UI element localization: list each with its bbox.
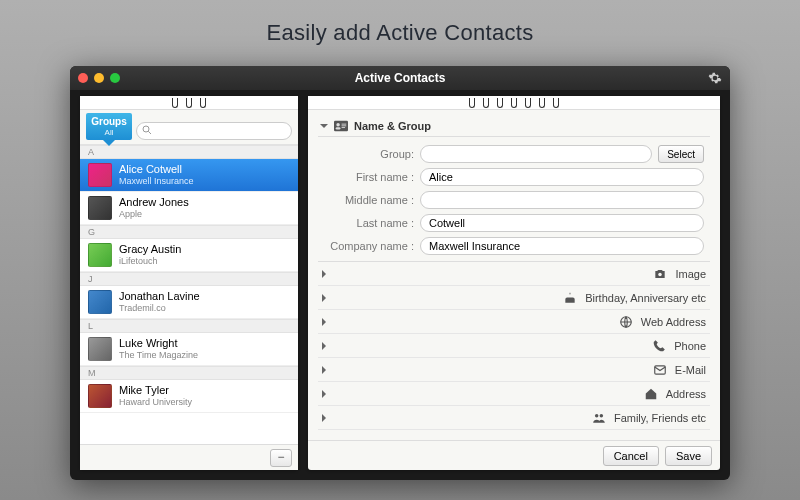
svg-line-1 (148, 131, 151, 134)
contact-row[interactable]: Jonathan Lavine Trademil.co (80, 286, 298, 319)
svg-rect-6 (342, 125, 347, 126)
last-name-field[interactable] (420, 214, 704, 232)
collapsed-section[interactable]: Birthday, Anniversary etc (318, 286, 710, 310)
disclosure-triangle-icon (322, 294, 555, 302)
middle-name-label: Middle name : (324, 194, 414, 206)
remove-contact-button[interactable]: − (270, 449, 292, 467)
contact-company: Maxwell Insurance (119, 175, 194, 187)
contact-row[interactable]: Luke Wright The Time Magazine (80, 333, 298, 366)
collapsed-section[interactable]: Web Address (318, 310, 710, 334)
avatar (88, 243, 112, 267)
section-letter: A (80, 145, 298, 159)
globe-icon (619, 315, 633, 329)
section-name-and-group[interactable]: Name & Group (318, 116, 710, 137)
first-name-field[interactable] (420, 168, 704, 186)
disclosure-triangle-icon (320, 124, 328, 132)
collapsed-section[interactable]: E-Mail (318, 358, 710, 382)
avatar (88, 337, 112, 361)
search-icon (141, 124, 153, 136)
svg-point-11 (595, 413, 599, 417)
collapsed-section-label: Phone (674, 340, 706, 352)
middle-name-field[interactable] (420, 191, 704, 209)
contact-company: The Time Magazine (119, 349, 198, 361)
collapsed-section-label: Family, Friends etc (614, 412, 706, 424)
contact-company: Apple (119, 208, 189, 220)
binder-rings (80, 96, 298, 110)
section-title: Name & Group (354, 120, 431, 132)
mail-icon (653, 363, 667, 377)
avatar (88, 384, 112, 408)
company-name-label: Company name : (324, 240, 414, 252)
contact-row[interactable]: Gracy Austin iLifetouch (80, 239, 298, 272)
section-letter: G (80, 225, 298, 239)
contact-company: Trademil.co (119, 302, 200, 314)
avatar (88, 163, 112, 187)
avatar (88, 290, 112, 314)
svg-point-8 (659, 272, 663, 276)
collapsed-section-label: Address (666, 388, 706, 400)
collapsed-section-label: Image (675, 268, 706, 280)
groups-tab-title: Groups (86, 116, 132, 127)
disclosure-triangle-icon (322, 414, 584, 422)
collapsed-section-label: E-Mail (675, 364, 706, 376)
contact-row[interactable]: Andrew Jones Apple (80, 192, 298, 225)
app-window: Active Contacts Groups All A Alice Cotwe… (70, 66, 730, 480)
svg-rect-7 (342, 127, 346, 128)
gear-icon[interactable] (708, 71, 722, 85)
home-icon (644, 387, 658, 401)
svg-rect-5 (342, 124, 347, 125)
camera-icon (653, 267, 667, 281)
company-name-field[interactable] (420, 237, 704, 255)
svg-point-3 (336, 123, 340, 127)
group-label: Group: (324, 148, 414, 160)
binder-rings (308, 96, 720, 110)
section-letter: L (80, 319, 298, 333)
contacts-list: A Alice Cotwell Maxwell Insurance Andrew… (80, 144, 298, 444)
groups-tab-filter: All (86, 127, 132, 138)
collapsed-section[interactable]: Image (318, 262, 710, 286)
disclosure-triangle-icon (322, 342, 644, 350)
collapsed-section[interactable]: Phone (318, 334, 710, 358)
collapsed-section-label: Web Address (641, 316, 706, 328)
cancel-button[interactable]: Cancel (603, 446, 659, 466)
titlebar: Active Contacts (70, 66, 730, 90)
select-group-button[interactable]: Select (658, 145, 704, 163)
disclosure-triangle-icon (322, 318, 611, 326)
collapsed-section[interactable]: Address (318, 382, 710, 406)
contact-row[interactable]: Mike Tyler Haward University (80, 380, 298, 413)
save-button[interactable]: Save (665, 446, 712, 466)
contact-name: Luke Wright (119, 337, 198, 349)
collapsed-section-label: Birthday, Anniversary etc (585, 292, 706, 304)
collapsed-section[interactable]: Family, Friends etc (318, 406, 710, 430)
contact-name: Gracy Austin (119, 243, 181, 255)
contact-name: Jonathan Lavine (119, 290, 200, 302)
page-headline: Easily add Active Contacts (0, 0, 800, 60)
svg-point-0 (143, 126, 149, 132)
cake-icon (563, 291, 577, 305)
last-name-label: Last name : (324, 217, 414, 229)
disclosure-triangle-icon (322, 270, 645, 278)
disclosure-triangle-icon (322, 366, 645, 374)
contact-name: Mike Tyler (119, 384, 192, 396)
search-input[interactable] (136, 122, 292, 140)
contact-company: Haward University (119, 396, 192, 408)
contact-name: Andrew Jones (119, 196, 189, 208)
group-field[interactable] (420, 145, 652, 163)
collapsed-sections: Image Birthday, Anniversary etc Web Addr… (318, 261, 710, 430)
person-card-icon (334, 120, 348, 132)
people-icon (592, 411, 606, 425)
first-name-label: First name : (324, 171, 414, 183)
section-letter: M (80, 366, 298, 380)
avatar (88, 196, 112, 220)
contact-company: iLifetouch (119, 255, 181, 267)
groups-tab[interactable]: Groups All (86, 113, 132, 140)
phone-icon (652, 339, 666, 353)
svg-point-12 (599, 413, 603, 417)
disclosure-triangle-icon (322, 390, 636, 398)
contact-detail-pane: Name & Group Group: Select First name : … (308, 96, 720, 470)
section-letter: J (80, 272, 298, 286)
svg-rect-4 (336, 127, 341, 129)
contact-row[interactable]: Alice Cotwell Maxwell Insurance (80, 159, 298, 192)
contact-name: Alice Cotwell (119, 163, 194, 175)
contacts-list-pane: Groups All A Alice Cotwell Maxwell Insur… (80, 96, 298, 470)
